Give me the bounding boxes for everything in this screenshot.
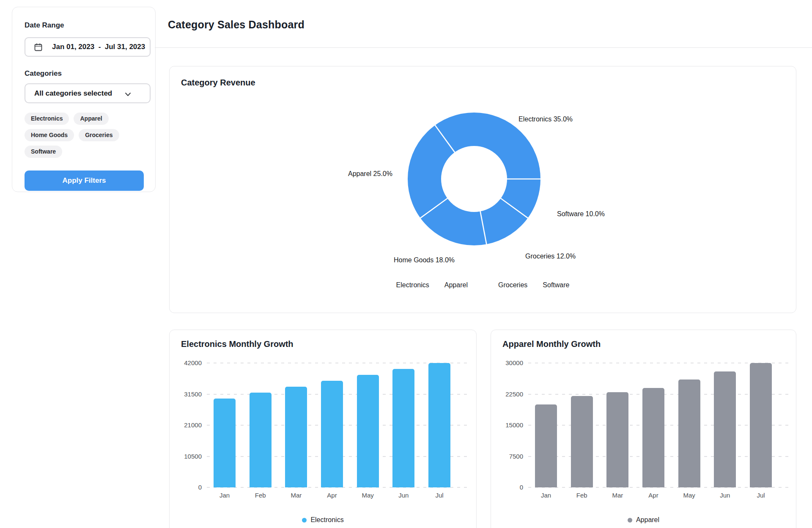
pie-slice-label-electronics: Electronics 35.0% — [518, 116, 573, 123]
bar-jan[interactable] — [535, 404, 557, 487]
pie-slice-label-software: Software 10.0% — [557, 210, 605, 218]
category-chip-apparel[interactable]: Apparel — [74, 113, 108, 125]
category-chip-groceries[interactable]: Groceries — [79, 129, 119, 141]
sidebar-panel: Date Range Jan 01, 2023 - Jul 31, 2023 C… — [12, 7, 156, 192]
y-axis-tick: 42000 — [170, 359, 202, 366]
revenue-card-title: Category Revenue — [181, 78, 255, 88]
apparel-chart-plot — [528, 363, 790, 487]
y-axis-tick: 21000 — [170, 421, 202, 429]
y-axis-tick: 7500 — [491, 453, 523, 460]
pie-legend: ElectronicsApparelGroceriesSoftware — [170, 281, 796, 289]
date-range-label: Date Range — [25, 21, 64, 30]
legend-dot — [628, 518, 632, 522]
bar-apr[interactable] — [321, 381, 343, 487]
apparel-chart-legend[interactable]: Apparel — [491, 516, 796, 524]
bar-feb[interactable] — [250, 393, 272, 487]
x-axis-tick: Apr — [317, 492, 347, 499]
apply-filters-button[interactable]: Apply Filters — [25, 170, 144, 191]
calendar-icon — [34, 43, 42, 51]
page-title: Category Sales Dashboard — [168, 19, 304, 31]
x-axis-tick: May — [353, 492, 383, 499]
bar-may[interactable] — [357, 375, 379, 487]
x-axis-tick: Jun — [389, 492, 418, 499]
pie-legend-item-apparel[interactable]: Apparel — [444, 281, 468, 289]
category-chip-software[interactable]: Software — [25, 146, 62, 158]
category-chip-electronics[interactable]: Electronics — [25, 113, 69, 125]
header-divider — [155, 47, 812, 48]
x-axis-tick: Feb — [567, 492, 597, 499]
bar-jul[interactable] — [750, 363, 772, 487]
chevron-down-icon — [125, 92, 131, 96]
category-chip-home-goods[interactable]: Home Goods — [25, 129, 74, 141]
electronics-chart-legend[interactable]: Electronics — [170, 516, 476, 524]
pie-slice-label-home-goods: Home Goods 18.0% — [394, 256, 455, 264]
categories-select[interactable]: All categories selected — [25, 83, 151, 103]
pie-legend-item-electronics[interactable]: Electronics — [396, 281, 429, 289]
electronics-chart-plot — [207, 363, 469, 487]
bar-apr[interactable] — [642, 388, 664, 487]
apparel-chart-title: Apparel Monthly Growth — [502, 339, 601, 349]
y-axis-tick: 15000 — [491, 421, 523, 429]
bar-feb[interactable] — [571, 396, 593, 487]
x-axis-tick: Jul — [425, 492, 454, 499]
donut-chart-svg[interactable] — [404, 109, 544, 249]
x-axis-tick: Mar — [281, 492, 311, 499]
y-axis-tick: 10500 — [170, 453, 202, 460]
apparel-growth-card: Apparel Monthly Growth Apparel 075001500… — [491, 330, 796, 528]
x-axis-tick: May — [675, 492, 704, 499]
legend-dot — [302, 518, 307, 522]
revenue-card: Category Revenue ElectronicsApparelGroce… — [169, 66, 796, 313]
electronics-growth-card: Electronics Monthly Growth Electronics 0… — [169, 330, 477, 528]
category-chip-list: ElectronicsApparelHome GoodsGroceriesSof… — [25, 113, 153, 158]
bar-jul[interactable] — [428, 363, 450, 487]
pie-slice-label-apparel: Apparel 25.0% — [348, 170, 392, 178]
y-axis-tick: 0 — [491, 484, 523, 491]
bar-jun[interactable] — [392, 369, 414, 487]
pie-legend-item-groceries[interactable]: Groceries — [498, 281, 527, 289]
pie-legend-item-software[interactable]: Software — [543, 281, 569, 289]
legend-label: Electronics — [310, 516, 343, 524]
categories-select-value: All categories selected — [34, 89, 112, 98]
electronics-chart-title: Electronics Monthly Growth — [181, 339, 294, 349]
y-axis-tick: 0 — [170, 484, 202, 491]
bar-mar[interactable] — [285, 387, 307, 487]
x-axis-tick: Apr — [639, 492, 668, 499]
x-axis-tick: Mar — [603, 492, 632, 499]
bar-may[interactable] — [678, 380, 700, 487]
y-axis-tick: 31500 — [170, 390, 202, 398]
categories-label: Categories — [25, 69, 62, 78]
x-axis-tick: Jan — [210, 492, 239, 499]
bar-jan[interactable] — [214, 399, 236, 487]
y-axis-tick: 22500 — [491, 390, 523, 398]
date-range-value: Jan 01, 2023 - Jul 31, 2023 — [52, 43, 145, 51]
y-axis-tick: 30000 — [491, 359, 523, 366]
x-axis-tick: Jun — [710, 492, 740, 499]
legend-label: Apparel — [636, 516, 659, 524]
bar-jun[interactable] — [714, 371, 736, 487]
x-axis-tick: Jan — [531, 492, 561, 499]
x-axis-tick: Jul — [746, 492, 776, 499]
bar-mar[interactable] — [606, 392, 628, 487]
x-axis-tick: Feb — [246, 492, 275, 499]
pie-slice-label-groceries: Groceries 12.0% — [525, 253, 576, 260]
date-range-input[interactable]: Jan 01, 2023 - Jul 31, 2023 — [25, 37, 151, 57]
